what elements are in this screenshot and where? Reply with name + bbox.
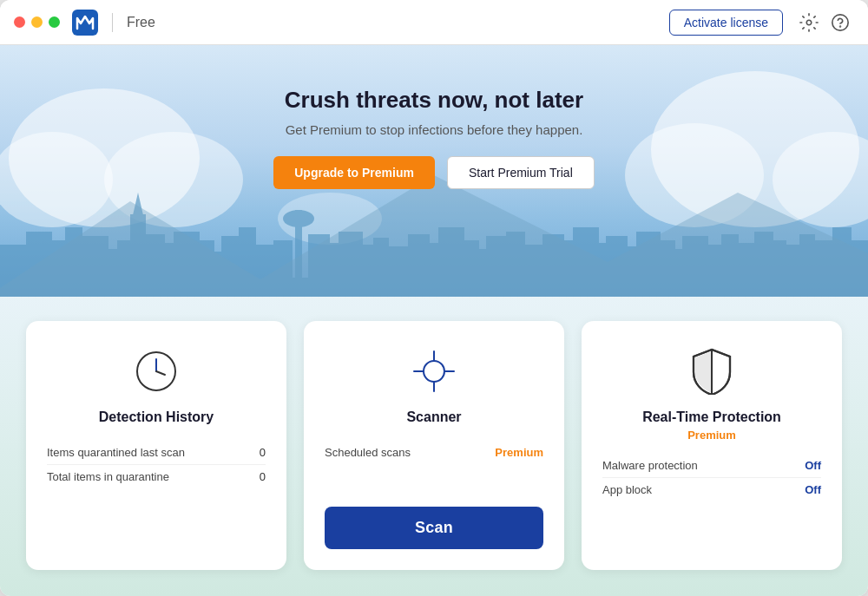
maximize-button[interactable] [49,16,60,28]
gear-icon [799,13,819,32]
app-block-value: Off [805,483,821,496]
app-logo: Free [72,10,155,36]
svg-point-3 [840,26,841,27]
scanner-title: Scanner [406,409,461,425]
malware-protection-label: Malware protection [602,459,698,472]
quarantined-last-scan-label: Items quarantined last scan [47,446,185,459]
clock-icon [134,349,179,394]
realtime-icon-area [690,345,733,397]
hero-content: Crush threats now, not later Get Premium… [0,45,868,189]
svg-line-70 [156,371,165,375]
app-block-row: App block Off [602,478,821,501]
upgrade-premium-button[interactable]: Upgrade to Premium [273,156,435,189]
close-button[interactable] [14,16,25,28]
malware-protection-value: Off [805,459,821,472]
scanner-icon-area [411,345,457,397]
realtime-protection-card: Real-Time Protection Premium Malware pro… [582,321,842,570]
scan-button[interactable]: Scan [325,507,543,549]
activate-license-button[interactable]: Activate license [669,10,783,36]
question-icon [831,13,850,32]
cards-row: Detection History Items quarantined last… [26,321,842,570]
hero-buttons: Upgrade to Premium Start Premium Trial [0,156,868,189]
scanner-rows: Scheduled scans Premium [325,441,543,493]
svg-point-71 [424,361,444,382]
detection-history-title: Detection History [99,409,214,425]
total-in-quarantine-label: Total items in quarantine [47,470,169,483]
scheduled-scans-row: Scheduled scans Premium [325,441,543,464]
minimize-button[interactable] [31,16,43,28]
app-tier-label: Free [127,15,155,30]
quarantined-last-scan-value: 0 [260,446,266,459]
app-window: Free Activate license [0,0,868,596]
scheduled-scans-value: Premium [495,446,543,459]
detection-history-card: Detection History Items quarantined last… [26,321,286,570]
settings-button[interactable] [795,9,823,36]
realtime-rows: Malware protection Off App block Off [602,454,821,549]
logo-icon [72,10,98,36]
title-divider [112,13,113,32]
shield-icon [690,348,733,395]
realtime-title: Real-Time Protection [642,409,781,425]
start-trial-button[interactable]: Start Premium Trial [447,156,595,189]
scheduled-scans-label: Scheduled scans [325,446,411,459]
scanner-crosshair-icon [411,348,457,395]
svg-rect-0 [72,10,98,36]
traffic-lights [14,16,60,28]
detection-history-rows: Items quarantined last scan 0 Total item… [47,441,266,549]
svg-point-30 [283,210,314,227]
svg-point-1 [806,20,812,25]
total-in-quarantine-value: 0 [260,470,266,483]
main-content: Detection History Items quarantined last… [0,297,868,596]
quarantined-last-scan-row: Items quarantined last scan 0 [47,441,266,465]
app-block-label: App block [602,483,652,496]
hero-subtitle: Get Premium to stop infections before th… [0,122,868,137]
detection-history-icon-area [134,345,179,397]
titlebar: Free Activate license [0,0,868,45]
hero-banner: Crush threats now, not later Get Premium… [0,45,868,297]
svg-point-2 [832,14,848,29]
realtime-premium-label: Premium [687,429,736,442]
scanner-card: Scanner Scheduled scans Premium Scan [304,321,564,570]
help-button[interactable] [826,9,854,36]
malware-protection-row: Malware protection Off [602,454,821,478]
hero-title: Crush threats now, not later [0,87,868,114]
total-in-quarantine-row: Total items in quarantine 0 [47,465,266,488]
